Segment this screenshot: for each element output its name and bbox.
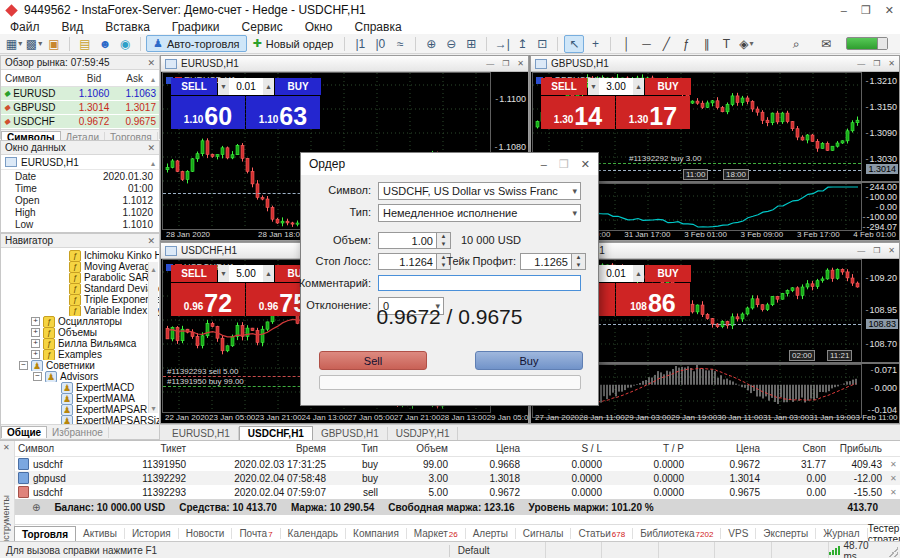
tab-codebase[interactable]: Библиотека7202: [633, 528, 721, 539]
tab-journal[interactable]: Журнал: [816, 528, 868, 539]
tree-item-expandable[interactable]: +ƒБилла Вильямса: [1, 338, 159, 349]
tab-history[interactable]: История: [125, 528, 179, 539]
close-icon[interactable]: [581, 158, 590, 171]
trendline-icon[interactable]: ╱: [657, 36, 675, 52]
order-type-select[interactable]: Немедленное исполнение: [378, 204, 581, 222]
tab-common[interactable]: Общие: [1, 426, 47, 438]
collapse-icon[interactable]: −: [19, 361, 28, 370]
tab-eurusd[interactable]: EURUSD,H1: [164, 427, 239, 440]
tab-usdchf[interactable]: USDCHF,H1: [239, 426, 313, 440]
symbol-select[interactable]: USDCHF, US Dollar vs Swiss Franc: [378, 182, 581, 200]
chat-icon[interactable]: ✉: [817, 36, 835, 52]
autoscroll-icon[interactable]: →|: [493, 36, 511, 52]
tree-item[interactable]: ♟ExpertMAMA: [1, 393, 159, 404]
tree-item[interactable]: ƒIchimoku Kinko Hyo: [1, 250, 159, 261]
spinner-up-icon[interactable]: ▲: [437, 233, 450, 241]
market-watch-icon[interactable]: ▤: [76, 36, 94, 52]
comment-input[interactable]: [378, 275, 581, 291]
tree-item-expandable[interactable]: +ƒОсцилляторы: [1, 316, 159, 327]
sell-price[interactable]: 1.1060: [171, 96, 245, 129]
expand-icon[interactable]: +: [31, 350, 40, 359]
tree-item[interactable]: ♟ExpertMACD: [1, 382, 159, 393]
table-row[interactable]: usdchf 113922932020.02.04 07:59:07sell5.…: [14, 485, 900, 499]
minimize-icon[interactable]: [857, 59, 865, 68]
new-order-button[interactable]: ✚ Новый ордер: [247, 36, 340, 51]
lot-spinner[interactable]: ▼5.00▲: [218, 265, 274, 282]
fibonacci-icon[interactable]: ƒ: [677, 36, 695, 52]
tab-trade[interactable]: Торговля: [14, 526, 76, 542]
tab-news[interactable]: Новости: [179, 528, 233, 539]
community-icon[interactable]: ☻: [96, 36, 114, 52]
autotrade-button[interactable]: ♟ Авто-торговля: [146, 35, 247, 52]
menu-window[interactable]: Окно: [305, 20, 333, 34]
maximize-icon[interactable]: [502, 59, 509, 68]
buy-price[interactable]: 1.3017: [616, 96, 690, 129]
maximize-icon[interactable]: [873, 59, 880, 68]
menu-tools[interactable]: Сервис: [242, 20, 283, 34]
chart-shift-icon[interactable]: ↥: [513, 36, 531, 52]
price-scale[interactable]: 1.3210 1.3150 1.3090 1.3030 1.3014 244.0…: [861, 72, 899, 227]
minimize-icon[interactable]: [541, 158, 547, 171]
sell-button[interactable]: SELL: [541, 78, 587, 95]
text-tool-icon[interactable]: T: [717, 36, 735, 52]
signals-icon[interactable]: ◉: [116, 36, 134, 52]
minimize-icon[interactable]: [841, 4, 847, 17]
shapes-icon[interactable]: ◈▾: [737, 36, 755, 52]
expand-icon[interactable]: +: [31, 317, 40, 326]
collapse-icon[interactable]: −: [33, 372, 42, 381]
tree-item[interactable]: ƒParabolic SAR: [1, 272, 159, 283]
sell-button[interactable]: SELL: [171, 78, 217, 95]
maximize-icon[interactable]: [873, 246, 880, 255]
buy-button[interactable]: BUY: [645, 265, 691, 282]
tree-item[interactable]: ƒTriple Exponential Movin: [1, 294, 159, 305]
spinner-up-icon[interactable]: ▲: [572, 254, 585, 262]
sell-button[interactable]: Sell: [319, 351, 427, 370]
tab-usdjpy[interactable]: USDJPY,H1: [388, 427, 459, 440]
tree-item[interactable]: ƒVariable Index Dynamic A: [1, 305, 159, 316]
expand-icon[interactable]: +: [31, 339, 40, 348]
navigator-header[interactable]: Навигатор: [1, 234, 159, 248]
tab-favorites[interactable]: Избранное: [47, 427, 109, 438]
time-scale[interactable]: 27 Jan 2020 28 Jan 11:00 29 Jan 03:00 29…: [532, 411, 899, 423]
spinner-down-icon[interactable]: ▼: [437, 241, 450, 249]
sell-price[interactable]: 0.9672: [171, 283, 245, 316]
vertical-line-icon[interactable]: │: [617, 36, 635, 52]
scroll-down-icon[interactable]: [151, 401, 155, 413]
spinner-up-icon[interactable]: ▲: [263, 265, 274, 282]
profile-selector[interactable]: Default: [450, 542, 546, 558]
buy-price[interactable]: 10886: [616, 283, 690, 316]
tab-calendar[interactable]: Календарь: [281, 528, 346, 539]
minimize-icon[interactable]: [857, 246, 865, 255]
close-icon[interactable]: [147, 58, 155, 68]
scroll-up-icon[interactable]: [151, 262, 155, 274]
close-icon[interactable]: [147, 143, 155, 153]
stop-loss-stepper[interactable]: 1.1264▲▼: [378, 253, 451, 270]
close-icon[interactable]: [147, 236, 155, 246]
spinner-up-icon[interactable]: ▲: [633, 78, 644, 95]
channel-icon[interactable]: ∥: [697, 36, 715, 52]
data-window-header[interactable]: Окно данных: [1, 141, 159, 155]
tab-gbpusd[interactable]: GBPUSD,H1: [313, 427, 388, 440]
close-position-icon[interactable]: [886, 460, 898, 469]
close-icon[interactable]: [3, 443, 10, 452]
close-position-icon[interactable]: [886, 488, 898, 497]
menu-help[interactable]: Справка: [355, 20, 402, 34]
tab-mailbox[interactable]: Почта7: [232, 528, 280, 539]
lot-spinner[interactable]: ▼0.01▲: [218, 78, 274, 95]
spinner-down-icon[interactable]: ▼: [218, 265, 229, 282]
expand-icon[interactable]: [32, 502, 40, 513]
sell-price[interactable]: 1.3014: [541, 96, 615, 129]
crosshair-icon[interactable]: +: [586, 36, 604, 52]
tab-assets[interactable]: Активы: [76, 528, 125, 539]
scrollbar[interactable]: [148, 262, 158, 413]
chart-titlebar[interactable]: EURUSD,H1: [161, 56, 528, 72]
dialog-titlebar[interactable]: Ордер: [301, 153, 598, 175]
buy-button[interactable]: Buy: [475, 351, 583, 370]
search-icon[interactable]: ⌕: [787, 36, 805, 52]
menu-view[interactable]: Вид: [62, 20, 84, 34]
cursor-icon[interactable]: ↖: [564, 35, 584, 53]
maximize-icon[interactable]: [861, 4, 871, 17]
profiles-icon[interactable]: ▩▾: [25, 36, 43, 52]
lot-spinner[interactable]: ▼3.00▲: [588, 78, 644, 95]
buy-button[interactable]: BUY: [645, 78, 691, 95]
